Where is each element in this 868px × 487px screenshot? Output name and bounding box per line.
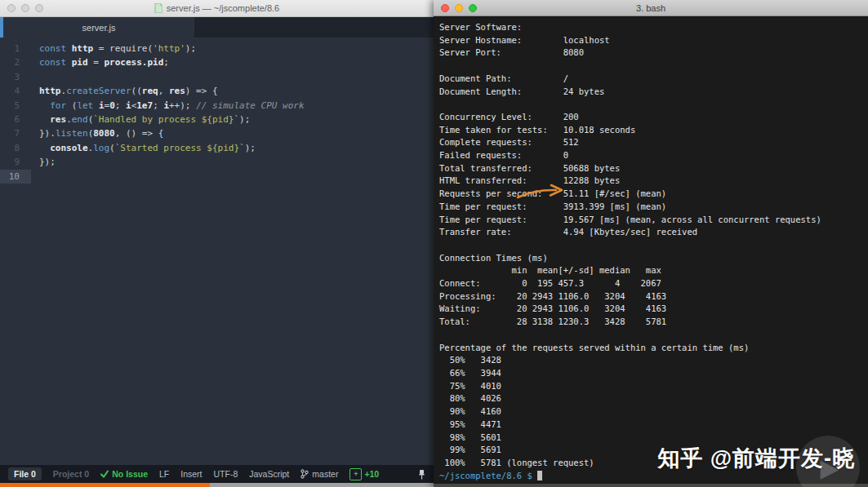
code-text: res.end(`Handled by process ${pid}`); bbox=[31, 113, 250, 126]
terminal-titlebar: 3. bash bbox=[434, 0, 868, 16]
line-number: 6 bbox=[0, 113, 31, 126]
prompt-symbol: $ bbox=[527, 471, 532, 480]
terminal-window-controls bbox=[441, 4, 477, 12]
status-pin[interactable] bbox=[418, 469, 425, 480]
line-number: 9 bbox=[0, 155, 31, 169]
code-line: 2const pid = process.pid; bbox=[0, 55, 434, 69]
terminal-window: 3. bash Server Software: Server Hostname… bbox=[434, 0, 868, 487]
code-text: const http = require('http'); bbox=[31, 42, 196, 55]
status-project-issues[interactable]: Project 0 bbox=[53, 469, 89, 479]
line-number: 3 bbox=[0, 70, 31, 84]
document-icon bbox=[154, 3, 162, 13]
terminal-body[interactable]: Server Software: Server Hostname: localh… bbox=[434, 16, 868, 484]
status-no-issue[interactable]: No Issue bbox=[100, 469, 148, 479]
progress-strip-orange bbox=[0, 483, 210, 487]
terminal-cursor bbox=[537, 471, 542, 480]
code-text: }).listen(8080, () => { bbox=[31, 126, 163, 140]
editor-titlebar: server.js — ~/jscomplete/8.6 bbox=[0, 0, 434, 17]
status-git-branch[interactable]: master bbox=[300, 469, 338, 479]
zoom-window-icon[interactable] bbox=[35, 4, 43, 12]
code-text bbox=[31, 70, 39, 84]
watermark: ▶ 知乎 @前端开发-晓 bbox=[657, 444, 855, 473]
code-text: console.log(`Started process ${pid}`); bbox=[31, 141, 256, 155]
minimize-window-icon[interactable] bbox=[455, 4, 463, 12]
editor-bottom-progress-strip bbox=[0, 483, 434, 487]
status-language[interactable]: JavaScript bbox=[249, 469, 289, 479]
close-window-icon[interactable] bbox=[7, 4, 16, 12]
tab-bar: server.js bbox=[0, 17, 434, 38]
code-text: http.createServer((req, res) => { bbox=[31, 84, 218, 98]
editor-status-bar: File 0 Project 0 No Issue LF Insert UTF-… bbox=[0, 465, 434, 483]
terminal-output: Server Software: Server Hostname: localh… bbox=[434, 16, 868, 470]
code-line: 1const http = require('http'); bbox=[0, 42, 434, 55]
code-line: 4http.createServer((req, res) => { bbox=[0, 84, 434, 98]
line-number: 2 bbox=[0, 55, 31, 69]
code-line: 10 bbox=[0, 170, 434, 184]
code-area[interactable]: 1const http = require('http');2const pid… bbox=[0, 38, 434, 465]
check-icon bbox=[100, 470, 109, 478]
tab-server-js[interactable]: server.js bbox=[3, 17, 194, 38]
minimize-window-icon[interactable] bbox=[21, 4, 29, 12]
editor-window: server.js — ~/jscomplete/8.6 server.js 1… bbox=[0, 0, 434, 487]
line-number: 8 bbox=[0, 141, 31, 155]
editor-window-controls bbox=[7, 4, 43, 12]
code-text bbox=[31, 170, 39, 184]
line-number: 10 bbox=[0, 170, 31, 184]
status-git-diff[interactable]: + +10 bbox=[349, 468, 379, 480]
code-line: 5 for (let i=0; i<1e7; i++); // simulate… bbox=[0, 99, 434, 113]
code-line: 8 console.log(`Started process ${pid}`); bbox=[0, 141, 434, 155]
diff-plus-icon: + bbox=[349, 468, 362, 480]
status-line-ending[interactable]: LF bbox=[159, 469, 169, 479]
line-number: 4 bbox=[0, 84, 31, 98]
editor-window-title: server.js — ~/jscomplete/8.6 bbox=[154, 3, 279, 13]
terminal-window-title: 3. bash bbox=[636, 3, 665, 13]
code-line: 6 res.end(`Handled by process ${pid}`); bbox=[0, 113, 434, 126]
status-mode[interactable]: Insert bbox=[180, 469, 202, 479]
code-text: const pid = process.pid; bbox=[31, 55, 169, 69]
zoom-window-icon[interactable] bbox=[469, 4, 477, 12]
close-window-icon[interactable] bbox=[441, 4, 449, 12]
code-text: for (let i=0; i<1e7; i++); // simulate C… bbox=[31, 99, 305, 113]
status-file-issues[interactable]: File 0 bbox=[8, 467, 42, 480]
code-line: 7}).listen(8080, () => { bbox=[0, 126, 434, 140]
pin-icon bbox=[418, 469, 425, 480]
status-encoding[interactable]: UTF-8 bbox=[214, 469, 238, 479]
line-number: 5 bbox=[0, 99, 31, 113]
progress-strip-gray bbox=[210, 483, 434, 487]
line-number: 7 bbox=[0, 126, 31, 140]
code-line: 9}); bbox=[0, 155, 434, 169]
code-line: 3 bbox=[0, 70, 434, 84]
code-text: }); bbox=[31, 155, 56, 169]
line-number: 1 bbox=[0, 42, 31, 55]
prompt-path: ~/jscomplete/8.6 bbox=[439, 471, 522, 480]
watermark-text: 知乎 @前端开发-晓 bbox=[657, 444, 855, 473]
git-branch-icon bbox=[300, 469, 309, 479]
